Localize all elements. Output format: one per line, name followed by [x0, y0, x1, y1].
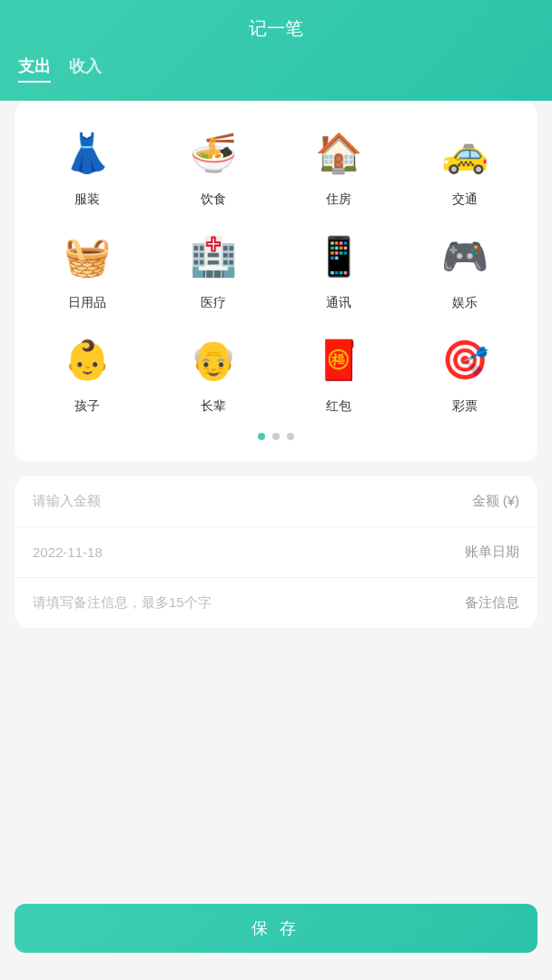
category-item-entertainment[interactable]: 🎮娱乐	[407, 226, 524, 311]
remark-row: 请填写备注信息，最多15个字 备注信息	[15, 578, 537, 628]
header: 记一笔 支出 收入	[0, 0, 552, 101]
lottery-label: 彩票	[452, 398, 478, 415]
entertainment-label: 娱乐	[452, 295, 478, 311]
clothing-label: 服装	[74, 191, 100, 208]
remark-placeholder[interactable]: 请填写备注信息，最多15个字	[33, 594, 212, 612]
category-item-elders[interactable]: 👴长辈	[155, 329, 272, 415]
tab-income[interactable]: 收入	[69, 55, 102, 83]
tab-expense[interactable]: 支出	[18, 55, 51, 83]
housing-label: 住房	[326, 191, 351, 208]
page-title: 记一笔	[0, 0, 552, 55]
housing-icon: 🏠	[308, 122, 370, 184]
clothing-icon: 👗	[56, 122, 118, 184]
category-item-food[interactable]: 🍜饮食	[155, 122, 272, 208]
redpacket-label: 红包	[326, 398, 351, 415]
daily-label: 日用品	[68, 295, 106, 311]
dot-2[interactable]	[272, 433, 280, 440]
category-item-children[interactable]: 👶孩子	[29, 329, 146, 415]
medical-label: 医疗	[201, 295, 226, 311]
date-row: 2022-11-18 账单日期	[15, 527, 537, 578]
category-item-telecom[interactable]: 📱通讯	[281, 226, 398, 311]
children-icon: 👶	[56, 329, 118, 391]
category-grid: 👗服装🍜饮食🏠住房🚕交通🧺日用品🏥医疗📱通讯🎮娱乐👶孩子👴长辈🧧红包🎯彩票	[29, 122, 523, 415]
main-content: 👗服装🍜饮食🏠住房🚕交通🧺日用品🏥医疗📱通讯🎮娱乐👶孩子👴长辈🧧红包🎯彩票 请输…	[0, 101, 552, 628]
amount-placeholder[interactable]: 请输入金额	[33, 493, 101, 510]
category-item-daily[interactable]: 🧺日用品	[29, 226, 146, 311]
food-label: 饮食	[201, 191, 226, 208]
remark-label: 备注信息	[465, 594, 519, 612]
dot-3[interactable]	[287, 433, 294, 440]
food-icon: 🍜	[182, 122, 244, 184]
transport-icon: 🚕	[434, 122, 496, 184]
amount-row: 请输入金额 金额 (¥)	[15, 476, 537, 527]
elders-icon: 👴	[182, 329, 244, 391]
daily-icon: 🧺	[56, 226, 118, 288]
category-item-redpacket[interactable]: 🧧红包	[281, 329, 398, 415]
date-label: 账单日期	[465, 544, 519, 561]
telecom-label: 通讯	[326, 295, 351, 311]
date-placeholder[interactable]: 2022-11-18	[33, 544, 103, 560]
children-label: 孩子	[74, 398, 100, 415]
dot-1[interactable]	[258, 433, 265, 440]
lottery-icon: 🎯	[434, 329, 496, 391]
category-item-housing[interactable]: 🏠住房	[281, 122, 398, 208]
transport-label: 交通	[452, 191, 478, 208]
category-item-lottery[interactable]: 🎯彩票	[407, 329, 524, 415]
tab-bar: 支出 收入	[0, 55, 552, 83]
category-card: 👗服装🍜饮食🏠住房🚕交通🧺日用品🏥医疗📱通讯🎮娱乐👶孩子👴长辈🧧红包🎯彩票	[15, 101, 537, 462]
category-item-clothing[interactable]: 👗服装	[29, 122, 146, 208]
redpacket-icon: 🧧	[308, 329, 370, 391]
category-item-transport[interactable]: 🚕交通	[407, 122, 524, 208]
category-item-medical[interactable]: 🏥医疗	[155, 226, 272, 311]
dot-indicators	[29, 433, 523, 440]
save-button[interactable]: 保 存	[15, 904, 537, 953]
elders-label: 长辈	[201, 398, 226, 415]
entertainment-icon: 🎮	[434, 226, 496, 288]
form-card: 请输入金额 金额 (¥) 2022-11-18 账单日期 请填写备注信息，最多1…	[15, 476, 537, 628]
telecom-icon: 📱	[308, 226, 370, 288]
medical-icon: 🏥	[182, 226, 244, 288]
amount-label: 金额 (¥)	[472, 493, 520, 510]
